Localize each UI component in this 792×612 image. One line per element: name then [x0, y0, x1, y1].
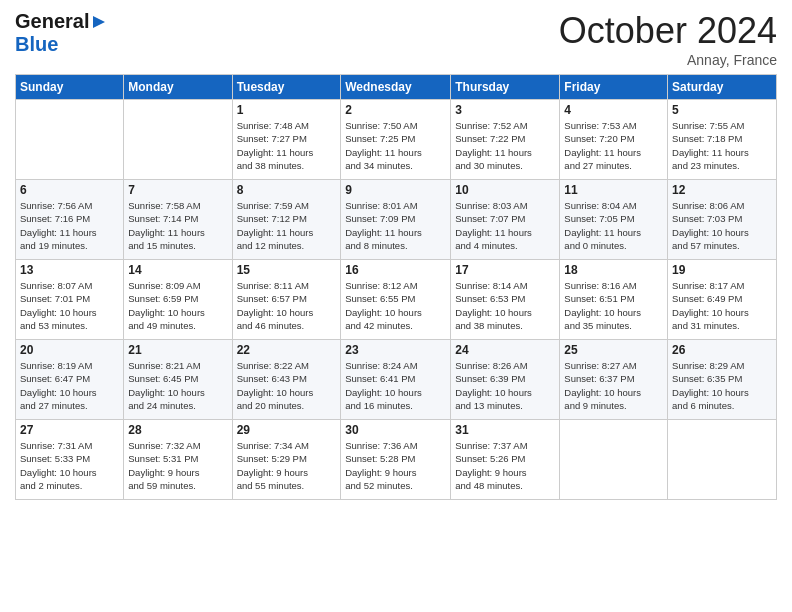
header-wednesday: Wednesday	[341, 75, 451, 100]
day-number: 21	[128, 343, 227, 357]
table-row: 5Sunrise: 7:55 AMSunset: 7:18 PMDaylight…	[668, 100, 777, 180]
header-monday: Monday	[124, 75, 232, 100]
day-number: 28	[128, 423, 227, 437]
day-info: Sunrise: 7:58 AMSunset: 7:14 PMDaylight:…	[128, 199, 227, 252]
table-row: 27Sunrise: 7:31 AMSunset: 5:33 PMDayligh…	[16, 420, 124, 500]
table-row: 6Sunrise: 7:56 AMSunset: 7:16 PMDaylight…	[16, 180, 124, 260]
day-number: 25	[564, 343, 663, 357]
day-number: 19	[672, 263, 772, 277]
table-row: 14Sunrise: 8:09 AMSunset: 6:59 PMDayligh…	[124, 260, 232, 340]
day-number: 20	[20, 343, 119, 357]
day-number: 11	[564, 183, 663, 197]
day-number: 23	[345, 343, 446, 357]
table-row	[668, 420, 777, 500]
calendar-week-row: 6Sunrise: 7:56 AMSunset: 7:16 PMDaylight…	[16, 180, 777, 260]
table-row: 12Sunrise: 8:06 AMSunset: 7:03 PMDayligh…	[668, 180, 777, 260]
header-saturday: Saturday	[668, 75, 777, 100]
month-title: October 2024	[559, 10, 777, 52]
logo-general-text: General	[15, 10, 89, 33]
day-number: 24	[455, 343, 555, 357]
day-info: Sunrise: 7:31 AMSunset: 5:33 PMDaylight:…	[20, 439, 119, 492]
day-number: 15	[237, 263, 337, 277]
table-row: 24Sunrise: 8:26 AMSunset: 6:39 PMDayligh…	[451, 340, 560, 420]
table-row: 19Sunrise: 8:17 AMSunset: 6:49 PMDayligh…	[668, 260, 777, 340]
day-info: Sunrise: 8:07 AMSunset: 7:01 PMDaylight:…	[20, 279, 119, 332]
logo: General Blue	[15, 10, 107, 56]
title-block: October 2024 Annay, France	[559, 10, 777, 68]
day-info: Sunrise: 8:09 AMSunset: 6:59 PMDaylight:…	[128, 279, 227, 332]
logo-arrow-icon	[91, 14, 107, 30]
day-number: 1	[237, 103, 337, 117]
day-number: 18	[564, 263, 663, 277]
table-row: 15Sunrise: 8:11 AMSunset: 6:57 PMDayligh…	[232, 260, 341, 340]
table-row: 31Sunrise: 7:37 AMSunset: 5:26 PMDayligh…	[451, 420, 560, 500]
table-row: 18Sunrise: 8:16 AMSunset: 6:51 PMDayligh…	[560, 260, 668, 340]
day-info: Sunrise: 8:01 AMSunset: 7:09 PMDaylight:…	[345, 199, 446, 252]
day-number: 13	[20, 263, 119, 277]
table-row: 21Sunrise: 8:21 AMSunset: 6:45 PMDayligh…	[124, 340, 232, 420]
table-row: 10Sunrise: 8:03 AMSunset: 7:07 PMDayligh…	[451, 180, 560, 260]
calendar-table: Sunday Monday Tuesday Wednesday Thursday…	[15, 74, 777, 500]
day-info: Sunrise: 8:11 AMSunset: 6:57 PMDaylight:…	[237, 279, 337, 332]
day-info: Sunrise: 7:32 AMSunset: 5:31 PMDaylight:…	[128, 439, 227, 492]
day-number: 14	[128, 263, 227, 277]
calendar-page: General Blue October 2024 Annay, France …	[0, 0, 792, 612]
header-friday: Friday	[560, 75, 668, 100]
table-row: 1Sunrise: 7:48 AMSunset: 7:27 PMDaylight…	[232, 100, 341, 180]
location: Annay, France	[559, 52, 777, 68]
header-tuesday: Tuesday	[232, 75, 341, 100]
day-number: 26	[672, 343, 772, 357]
day-info: Sunrise: 8:29 AMSunset: 6:35 PMDaylight:…	[672, 359, 772, 412]
day-number: 31	[455, 423, 555, 437]
table-row: 25Sunrise: 8:27 AMSunset: 6:37 PMDayligh…	[560, 340, 668, 420]
table-row: 23Sunrise: 8:24 AMSunset: 6:41 PMDayligh…	[341, 340, 451, 420]
day-info: Sunrise: 7:48 AMSunset: 7:27 PMDaylight:…	[237, 119, 337, 172]
day-number: 10	[455, 183, 555, 197]
day-number: 4	[564, 103, 663, 117]
day-number: 2	[345, 103, 446, 117]
day-info: Sunrise: 8:03 AMSunset: 7:07 PMDaylight:…	[455, 199, 555, 252]
day-info: Sunrise: 8:21 AMSunset: 6:45 PMDaylight:…	[128, 359, 227, 412]
day-number: 27	[20, 423, 119, 437]
table-row: 26Sunrise: 8:29 AMSunset: 6:35 PMDayligh…	[668, 340, 777, 420]
day-info: Sunrise: 7:34 AMSunset: 5:29 PMDaylight:…	[237, 439, 337, 492]
day-info: Sunrise: 8:17 AMSunset: 6:49 PMDaylight:…	[672, 279, 772, 332]
day-number: 7	[128, 183, 227, 197]
day-number: 3	[455, 103, 555, 117]
table-row: 22Sunrise: 8:22 AMSunset: 6:43 PMDayligh…	[232, 340, 341, 420]
day-info: Sunrise: 8:12 AMSunset: 6:55 PMDaylight:…	[345, 279, 446, 332]
table-row	[16, 100, 124, 180]
svg-marker-0	[93, 16, 105, 28]
day-info: Sunrise: 8:04 AMSunset: 7:05 PMDaylight:…	[564, 199, 663, 252]
table-row: 30Sunrise: 7:36 AMSunset: 5:28 PMDayligh…	[341, 420, 451, 500]
page-header: General Blue October 2024 Annay, France	[15, 10, 777, 68]
table-row: 7Sunrise: 7:58 AMSunset: 7:14 PMDaylight…	[124, 180, 232, 260]
day-number: 12	[672, 183, 772, 197]
day-number: 16	[345, 263, 446, 277]
day-info: Sunrise: 8:14 AMSunset: 6:53 PMDaylight:…	[455, 279, 555, 332]
table-row: 4Sunrise: 7:53 AMSunset: 7:20 PMDaylight…	[560, 100, 668, 180]
calendar-week-row: 13Sunrise: 8:07 AMSunset: 7:01 PMDayligh…	[16, 260, 777, 340]
calendar-week-row: 27Sunrise: 7:31 AMSunset: 5:33 PMDayligh…	[16, 420, 777, 500]
day-info: Sunrise: 7:55 AMSunset: 7:18 PMDaylight:…	[672, 119, 772, 172]
weekday-header-row: Sunday Monday Tuesday Wednesday Thursday…	[16, 75, 777, 100]
day-info: Sunrise: 7:52 AMSunset: 7:22 PMDaylight:…	[455, 119, 555, 172]
day-info: Sunrise: 8:06 AMSunset: 7:03 PMDaylight:…	[672, 199, 772, 252]
day-number: 8	[237, 183, 337, 197]
day-info: Sunrise: 8:24 AMSunset: 6:41 PMDaylight:…	[345, 359, 446, 412]
table-row: 3Sunrise: 7:52 AMSunset: 7:22 PMDaylight…	[451, 100, 560, 180]
table-row: 16Sunrise: 8:12 AMSunset: 6:55 PMDayligh…	[341, 260, 451, 340]
day-info: Sunrise: 7:50 AMSunset: 7:25 PMDaylight:…	[345, 119, 446, 172]
day-number: 29	[237, 423, 337, 437]
day-info: Sunrise: 7:59 AMSunset: 7:12 PMDaylight:…	[237, 199, 337, 252]
table-row: 11Sunrise: 8:04 AMSunset: 7:05 PMDayligh…	[560, 180, 668, 260]
table-row	[124, 100, 232, 180]
header-sunday: Sunday	[16, 75, 124, 100]
calendar-week-row: 20Sunrise: 8:19 AMSunset: 6:47 PMDayligh…	[16, 340, 777, 420]
day-info: Sunrise: 8:27 AMSunset: 6:37 PMDaylight:…	[564, 359, 663, 412]
day-info: Sunrise: 8:26 AMSunset: 6:39 PMDaylight:…	[455, 359, 555, 412]
day-info: Sunrise: 8:16 AMSunset: 6:51 PMDaylight:…	[564, 279, 663, 332]
table-row: 17Sunrise: 8:14 AMSunset: 6:53 PMDayligh…	[451, 260, 560, 340]
day-number: 6	[20, 183, 119, 197]
day-info: Sunrise: 8:22 AMSunset: 6:43 PMDaylight:…	[237, 359, 337, 412]
